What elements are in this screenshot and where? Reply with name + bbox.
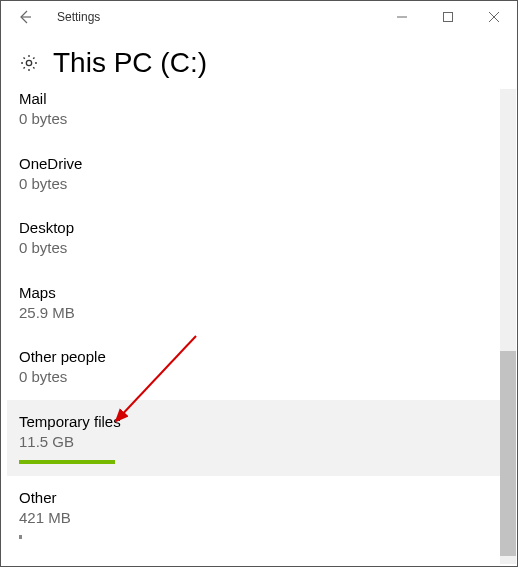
window-controls [379, 1, 517, 33]
scrollbar-thumb[interactable] [500, 351, 516, 556]
content-area: Mail0 bytesOneDrive0 bytesDesktop0 bytes… [1, 89, 517, 564]
storage-item-desktop[interactable]: Desktop0 bytes [19, 206, 499, 271]
maximize-button[interactable] [425, 1, 471, 33]
storage-item-name: Desktop [19, 218, 499, 238]
close-icon [489, 12, 499, 22]
storage-item-size: 0 bytes [19, 238, 499, 258]
maximize-icon [443, 12, 453, 22]
minimize-icon [397, 12, 407, 22]
minimize-button[interactable] [379, 1, 425, 33]
storage-item-size: 421 MB [19, 508, 499, 528]
storage-item-meter [19, 535, 22, 539]
storage-item-name: OneDrive [19, 154, 499, 174]
storage-item-mail[interactable]: Mail0 bytes [19, 89, 499, 142]
storage-item-meter [19, 460, 499, 464]
storage-item-size: 11.5 GB [19, 432, 499, 452]
storage-item-onedrive[interactable]: OneDrive0 bytes [19, 142, 499, 207]
window-title: Settings [57, 10, 100, 24]
arrow-left-icon [17, 9, 33, 25]
storage-item-size: 0 bytes [19, 367, 499, 387]
svg-point-1 [26, 60, 31, 65]
page-title: This PC (C:) [53, 47, 207, 79]
storage-item-size: 0 bytes [19, 174, 499, 194]
storage-item-name: Mail [19, 89, 499, 109]
storage-item-temporary-files[interactable]: Temporary files11.5 GB [7, 400, 511, 477]
storage-item-name: Other [19, 488, 499, 508]
titlebar: Settings [1, 1, 517, 33]
gear-icon [19, 53, 39, 73]
storage-item-maps[interactable]: Maps25.9 MB [19, 271, 499, 336]
storage-item-other[interactable]: Other421 MB [19, 476, 499, 551]
storage-list: Mail0 bytesOneDrive0 bytesDesktop0 bytes… [1, 89, 517, 551]
storage-item-other-people[interactable]: Other people0 bytes [19, 335, 499, 400]
storage-item-meter-fill [19, 460, 115, 464]
svg-rect-0 [444, 13, 453, 22]
back-button[interactable] [9, 1, 41, 33]
storage-item-name: Other people [19, 347, 499, 367]
page-header: This PC (C:) [1, 33, 517, 89]
close-button[interactable] [471, 1, 517, 33]
storage-item-name: Temporary files [19, 412, 499, 432]
storage-item-size: 0 bytes [19, 109, 499, 129]
storage-item-name: Maps [19, 283, 499, 303]
storage-item-size: 25.9 MB [19, 303, 499, 323]
